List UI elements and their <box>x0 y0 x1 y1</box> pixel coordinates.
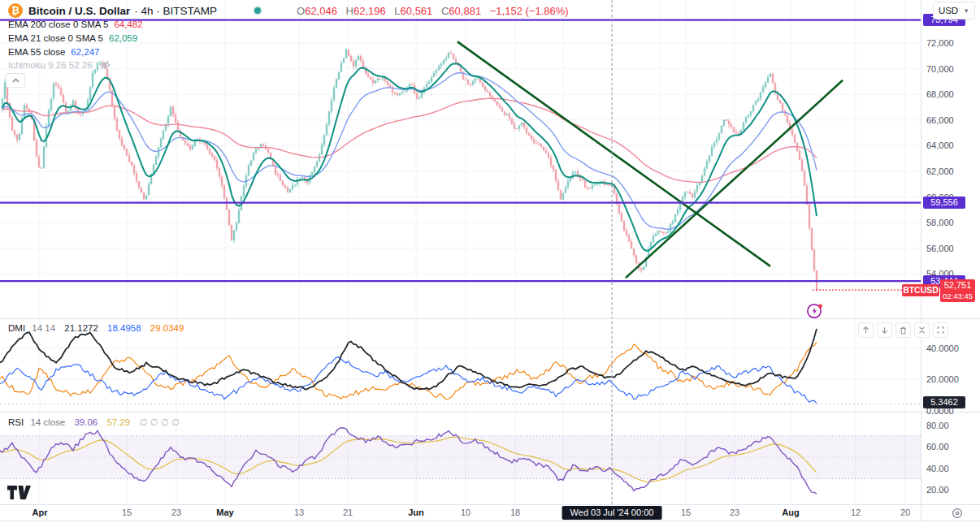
indicator-name: Ichimoku 9 26 52 26 <box>8 60 93 70</box>
move-pane-up-button[interactable] <box>858 322 874 338</box>
axis-tick-label: 80.00 <box>926 421 949 430</box>
axis-tick-label: 20.0000 <box>926 374 959 384</box>
legend-row-ema200[interactable]: EMA 200 close 0 SMA 5 64,482 <box>8 19 143 29</box>
price-axis-scale[interactable]: 72,00070,00068,00066,00064,00062,00060,0… <box>921 0 980 318</box>
indicator-name: EMA 200 close 0 SMA 5 <box>8 19 108 29</box>
bar-countdown: 02:43:45 <box>940 291 975 301</box>
legend-collapse-button[interactable] <box>6 73 25 88</box>
pane-separator[interactable] <box>0 412 980 413</box>
delete-pane-button[interactable] <box>895 322 911 338</box>
tradingview-chart-window: ₿ Bitcoin / U.S. Dollar · 4h · BITSTAMP … <box>0 0 980 527</box>
time-tick-label: 20 <box>900 508 910 517</box>
close-label: C <box>441 5 449 17</box>
time-tick-label: 12 <box>851 508 861 517</box>
time-tick-label: May <box>216 508 233 517</box>
indicator-value: 62,059 <box>109 33 137 43</box>
axis-tick-label: 62,000 <box>926 166 954 176</box>
rsi-axis-scale[interactable]: 80.0060.0040.0020.00 <box>921 413 980 504</box>
last-price-value: 52,751 <box>940 280 975 291</box>
maximize-pane-button[interactable] <box>933 322 948 338</box>
last-price-countdown-label: 52,751 02:43:45 <box>940 279 975 302</box>
time-tick-label: 15 <box>122 508 132 517</box>
open-value: 62,046 <box>305 5 337 17</box>
time-tick-label: 21 <box>343 508 353 517</box>
rsi-ma-value: 57.29 <box>106 417 130 427</box>
pane-controls <box>858 322 948 338</box>
low-label: L <box>394 5 400 17</box>
dmi-last-value-label: 5.3462 <box>923 396 965 408</box>
collapse-pane-button[interactable] <box>914 322 930 338</box>
indicator-name: EMA 55 close <box>8 47 65 57</box>
time-tick-label: 13 <box>294 508 304 517</box>
chart-canvas[interactable] <box>0 0 980 527</box>
dmi-adx-value: 21.1272 <box>64 323 98 333</box>
open-label: O <box>297 5 305 17</box>
chevron-down-icon: ▼ <box>963 7 969 15</box>
price-line-label-59556: 59,556 <box>923 197 965 209</box>
close-value: 60,881 <box>449 5 481 17</box>
bottom-separator <box>0 521 980 521</box>
rsi-value: 39.06 <box>74 417 98 427</box>
high-value: 62,196 <box>353 5 386 17</box>
axis-tick-label: 40.0000 <box>926 343 959 353</box>
axis-tick-label: 64,000 <box>926 140 954 150</box>
time-tick-label: 10 <box>461 508 470 517</box>
axis-tick-label: 20.00 <box>926 485 949 495</box>
ohlc-values: O62,046 H62,196 L60,561 C60,881 −1,152 (… <box>297 5 569 17</box>
dmi-legend[interactable]: DMI 14 14 21.1272 18.4958 29.0349 <box>8 323 184 333</box>
change-value: −1,152 (−1.86%) <box>490 5 569 17</box>
legend-row-ichimoku[interactable]: Ichimoku 9 26 52 26 <box>8 60 111 70</box>
timezone-settings-icon[interactable] <box>952 508 963 522</box>
symbol-meta[interactable]: · 4h · BITSTAMP <box>134 5 217 17</box>
move-pane-down-button[interactable] <box>877 322 892 338</box>
axis-tick-label: 56,000 <box>926 244 954 253</box>
rsi-empty-values: ∅ ∅ ∅ ∅ <box>139 417 180 427</box>
axis-tick-label: 68,000 <box>926 89 954 99</box>
symbol-price-tag: BTCUSD <box>902 284 939 296</box>
rsi-legend[interactable]: RSI 14 close 39.06 57.29 ∅ ∅ ∅ ∅ <box>8 417 180 428</box>
dmi-minus-di-value: 29.0349 <box>150 323 184 333</box>
axis-tick-label: 58,000 <box>926 218 954 227</box>
low-value: 60,561 <box>401 5 433 17</box>
eye-off-icon[interactable] <box>99 60 111 70</box>
tradingview-logo[interactable] <box>7 485 31 503</box>
time-tick-label: 18 <box>510 508 520 517</box>
rsi-title: RSI <box>8 417 24 427</box>
time-tick-label: 23 <box>730 508 739 517</box>
chart-header: ₿ Bitcoin / U.S. Dollar · 4h · BITSTAMP … <box>8 3 569 18</box>
indicator-value: 62,247 <box>71 47 99 57</box>
bitcoin-icon: ₿ <box>8 3 23 18</box>
time-axis-scale[interactable]: Wed 03 Jul '24 00:00 Apr1523May1321Jun10… <box>0 505 980 521</box>
crosshair-date-tooltip: Wed 03 Jul '24 00:00 <box>562 506 662 520</box>
pane-separator[interactable] <box>0 318 980 319</box>
time-tick-label: Apr <box>33 508 48 517</box>
dmi-params: 14 14 <box>32 323 55 333</box>
dmi-title: DMI <box>8 323 25 333</box>
axis-tick-label: 40.00 <box>926 464 949 473</box>
high-label: H <box>346 5 353 17</box>
indicator-name: EMA 21 close 0 SMA 5 <box>8 33 103 43</box>
time-tick-label: 15 <box>681 508 691 517</box>
flash-actions-icon[interactable] <box>805 301 825 324</box>
indicator-value: 64,482 <box>114 19 142 29</box>
legend-row-ema55[interactable]: EMA 55 close 62,247 <box>8 47 100 57</box>
time-tick-label: 23 <box>171 508 181 517</box>
axis-tick-label: 72,000 <box>926 38 954 48</box>
market-status-dot[interactable] <box>254 7 261 14</box>
axis-tick-label: 60.00 <box>926 442 949 451</box>
time-tick-label: Aug <box>782 508 799 517</box>
currency-button[interactable]: USD ▼ <box>933 2 975 19</box>
dmi-plus-di-value: 18.4958 <box>107 323 141 333</box>
legend-row-ema21[interactable]: EMA 21 close 0 SMA 5 62,059 <box>8 33 137 43</box>
time-tick-label: Jun <box>408 508 424 517</box>
axis-tick-label: 70,000 <box>926 64 954 74</box>
symbol-title[interactable]: Bitcoin / U.S. Dollar <box>28 5 130 17</box>
axis-tick-label: 66,000 <box>926 115 954 125</box>
rsi-params: 14 close <box>30 417 65 427</box>
currency-label: USD <box>939 6 958 15</box>
